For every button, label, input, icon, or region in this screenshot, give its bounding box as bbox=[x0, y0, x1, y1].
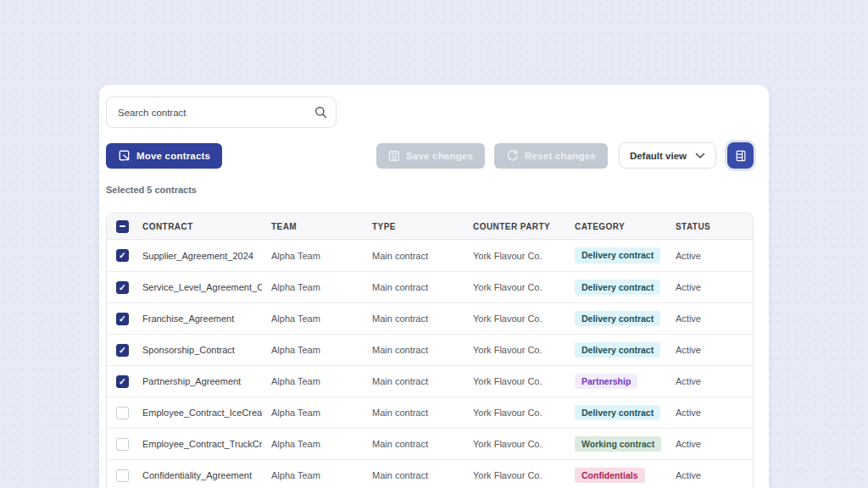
status-cell: Active bbox=[666, 376, 753, 386]
row-checkbox[interactable] bbox=[116, 344, 129, 357]
counter-party-cell: York Flavour Co. bbox=[464, 439, 565, 449]
type-cell: Main contract bbox=[363, 439, 464, 449]
save-changes-button[interactable]: Save changes bbox=[376, 143, 485, 169]
reset-icon bbox=[506, 149, 519, 162]
team-cell: Alpha Team bbox=[262, 439, 363, 449]
contracts-panel: Move contracts Save changes bbox=[99, 85, 769, 488]
column-header: TEAM bbox=[262, 222, 363, 231]
type-cell: Main contract bbox=[363, 408, 464, 418]
team-cell: Alpha Team bbox=[262, 251, 363, 261]
row-checkbox[interactable] bbox=[116, 281, 129, 294]
team-cell: Alpha Team bbox=[262, 376, 363, 386]
table-row: Partnership_Agreement Alpha Team Main co… bbox=[107, 365, 753, 396]
column-header: CATEGORY bbox=[565, 222, 666, 231]
type-cell: Main contract bbox=[363, 376, 464, 386]
counter-party-cell: York Flavour Co. bbox=[464, 251, 565, 261]
table-row: Supplier_Agreement_2024 Alpha Team Main … bbox=[107, 240, 753, 271]
column-settings-button[interactable] bbox=[727, 142, 754, 169]
contract-name: Partnership_Agreement bbox=[133, 376, 262, 386]
contract-name: Supplier_Agreement_2024 bbox=[133, 251, 262, 261]
category-badge: Confidentials bbox=[575, 468, 645, 484]
category-cell: Delivery contract bbox=[565, 342, 666, 358]
reset-changes-label: Reset changes bbox=[525, 151, 596, 161]
contracts-table: CONTRACTTEAMTYPECOUNTER PARTYCATEGORYSTA… bbox=[106, 213, 754, 488]
table-row: Service_Level_Agreement_Catering... Alph… bbox=[107, 271, 753, 302]
select-all-checkbox[interactable] bbox=[116, 220, 129, 233]
counter-party-cell: York Flavour Co. bbox=[464, 282, 565, 292]
view-select[interactable]: Default view bbox=[619, 142, 716, 169]
chevron-down-icon bbox=[695, 152, 705, 159]
category-badge: Delivery contract bbox=[575, 280, 660, 296]
table-row: Employee_Contract_IceCrea... Alpha Team … bbox=[107, 396, 753, 428]
counter-party-cell: York Flavour Co. bbox=[464, 345, 565, 355]
category-cell: Delivery contract bbox=[565, 280, 666, 296]
table-row: Confidentiality_Agreement Alpha Team Mai… bbox=[107, 459, 753, 488]
category-badge: Delivery contract bbox=[575, 405, 660, 421]
table-row: Employee_Contract_TruckCre... Alpha Team… bbox=[107, 428, 753, 459]
selection-summary: Selected 5 contracts bbox=[106, 185, 754, 195]
contract-name: Sponsorship_Contract bbox=[133, 345, 262, 355]
status-cell: Active bbox=[666, 282, 753, 292]
row-checkbox[interactable] bbox=[116, 249, 129, 262]
move-contracts-button[interactable]: Move contracts bbox=[106, 143, 222, 169]
status-cell: Active bbox=[666, 439, 753, 449]
team-cell: Alpha Team bbox=[262, 345, 363, 355]
move-contracts-icon bbox=[118, 149, 131, 162]
save-icon bbox=[388, 150, 400, 162]
status-cell: Active bbox=[666, 313, 753, 324]
category-badge: Delivery contract bbox=[575, 342, 660, 358]
status-cell: Active bbox=[666, 251, 753, 261]
type-cell: Main contract bbox=[363, 313, 464, 324]
category-cell: Delivery contract bbox=[565, 311, 666, 327]
team-cell: Alpha Team bbox=[262, 282, 363, 292]
row-checkbox[interactable] bbox=[116, 375, 129, 388]
search-icon bbox=[314, 106, 327, 119]
type-cell: Main contract bbox=[363, 282, 464, 292]
category-cell: Confidentials bbox=[565, 468, 666, 484]
counter-party-cell: York Flavour Co. bbox=[464, 376, 565, 386]
row-checkbox[interactable] bbox=[116, 407, 129, 419]
status-cell: Active bbox=[666, 408, 753, 418]
column-header: COUNTER PARTY bbox=[464, 222, 565, 231]
counter-party-cell: York Flavour Co. bbox=[464, 408, 565, 418]
category-badge: Delivery contract bbox=[575, 247, 660, 263]
contract-name: Employee_Contract_TruckCre... bbox=[133, 439, 262, 449]
contract-name: Franchise_Agreement bbox=[133, 313, 262, 324]
type-cell: Main contract bbox=[363, 251, 464, 261]
status-cell: Active bbox=[666, 470, 753, 480]
column-header: CONTRACT bbox=[133, 222, 262, 231]
save-changes-label: Save changes bbox=[406, 151, 473, 161]
search-input[interactable] bbox=[106, 97, 337, 128]
toolbar: Move contracts Save changes bbox=[106, 142, 754, 169]
type-cell: Main contract bbox=[363, 470, 464, 480]
team-cell: Alpha Team bbox=[262, 408, 363, 418]
move-contracts-label: Move contracts bbox=[136, 151, 210, 161]
type-cell: Main contract bbox=[363, 345, 464, 355]
category-cell: Delivery contract bbox=[565, 247, 666, 263]
status-cell: Active bbox=[666, 345, 753, 355]
table-row: Franchise_Agreement Alpha Team Main cont… bbox=[107, 302, 753, 334]
table-grid-icon bbox=[735, 150, 747, 162]
view-select-label: Default view bbox=[630, 151, 687, 161]
row-checkbox[interactable] bbox=[116, 313, 129, 325]
team-cell: Alpha Team bbox=[262, 313, 363, 324]
search-box bbox=[106, 97, 337, 128]
category-cell: Delivery contract bbox=[565, 405, 666, 421]
table-body: Supplier_Agreement_2024 Alpha Team Main … bbox=[107, 240, 753, 488]
contract-name: Confidentiality_Agreement bbox=[133, 470, 262, 480]
counter-party-cell: York Flavour Co. bbox=[464, 470, 565, 480]
row-checkbox[interactable] bbox=[116, 469, 129, 482]
category-badge: Delivery contract bbox=[575, 311, 660, 327]
category-cell: Working contract bbox=[565, 436, 666, 452]
table-header-row: CONTRACTTEAMTYPECOUNTER PARTYCATEGORYSTA… bbox=[107, 214, 753, 240]
contract-name: Employee_Contract_IceCrea... bbox=[133, 408, 262, 418]
category-badge: Partnership bbox=[575, 374, 637, 390]
counter-party-cell: York Flavour Co. bbox=[464, 313, 565, 324]
contract-name: Service_Level_Agreement_Catering... bbox=[133, 282, 262, 292]
column-header: STATUS bbox=[666, 222, 753, 231]
row-checkbox[interactable] bbox=[116, 438, 129, 451]
column-header: TYPE bbox=[363, 222, 464, 231]
team-cell: Alpha Team bbox=[262, 470, 363, 480]
category-cell: Partnership bbox=[565, 374, 666, 390]
reset-changes-button[interactable]: Reset changes bbox=[494, 143, 608, 169]
